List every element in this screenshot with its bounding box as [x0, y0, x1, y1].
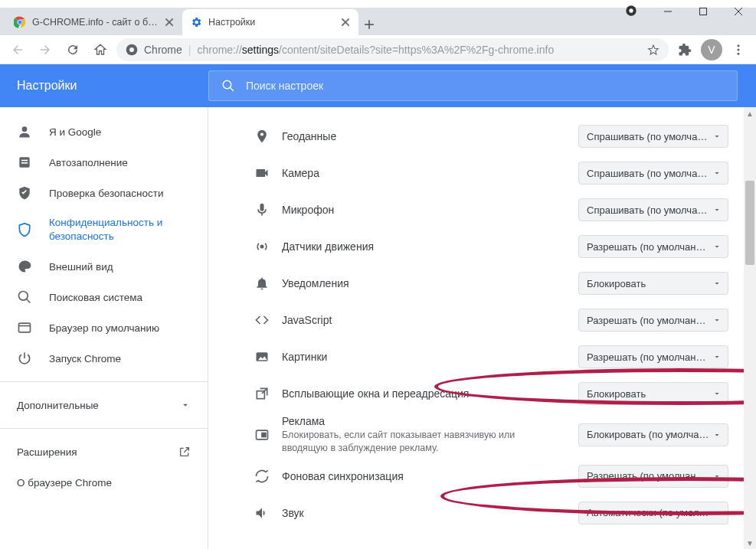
- permission-dropdown[interactable]: Блокировать: [578, 382, 728, 405]
- permission-dropdown[interactable]: Разрешать (по умолчанию): [578, 345, 728, 368]
- permission-dropdown[interactable]: Разрешать (по умолчанию): [578, 309, 728, 332]
- permission-dropdown[interactable]: Спрашивать (по умолчанию: [578, 198, 728, 221]
- sidebar-item-label: Конфиденциальность и безопасность: [49, 216, 191, 243]
- external-link-icon: [178, 446, 191, 458]
- svg-point-19: [738, 52, 740, 54]
- sidebar-item-safety-check[interactable]: Проверка безопасности: [0, 178, 208, 208]
- home-button[interactable]: [89, 38, 112, 61]
- extensions-button[interactable]: [673, 38, 696, 61]
- sidebar-item-autofill[interactable]: Автозаполнение: [0, 147, 208, 178]
- sidebar-item-privacy-security[interactable]: Конфиденциальность и безопасность: [0, 208, 208, 251]
- tab-settings[interactable]: Настройки: [182, 9, 358, 35]
- minimize-button[interactable]: [650, 0, 686, 23]
- permission-label: Звук: [282, 507, 578, 519]
- permission-row: ГеоданныеСпрашивать (по умолчанию: [254, 118, 728, 155]
- sidebar-item-extensions[interactable]: Расширения: [0, 436, 208, 467]
- sidebar-item-you-and-google[interactable]: Я и Google: [0, 116, 208, 147]
- permission-dropdown[interactable]: Блокировать: [578, 272, 728, 295]
- svg-point-31: [260, 245, 263, 247]
- settings-search[interactable]: [208, 70, 738, 101]
- svg-point-20: [223, 80, 231, 89]
- chevron-down-icon: [712, 168, 722, 178]
- sidebar-item-search-engine[interactable]: Поисковая система: [0, 282, 208, 312]
- svg-rect-28: [19, 323, 31, 332]
- sidebar-item-advanced[interactable]: Дополнительные: [0, 390, 208, 420]
- close-window-button[interactable]: [721, 0, 756, 23]
- permission-row: ЗвукАвтоматически (по умолчан: [254, 495, 728, 531]
- permission-label: JavaScript: [282, 314, 578, 326]
- permission-row: КамераСпрашивать (по умолчанию: [254, 155, 728, 191]
- chevron-down-icon: [712, 279, 722, 288]
- sidebar-item-appearance[interactable]: Внешний вид: [0, 251, 208, 282]
- popup-icon: [254, 386, 282, 401]
- permission-dropdown[interactable]: Спрашивать (по умолчанию: [578, 125, 728, 148]
- scroll-down-icon[interactable]: ▼: [744, 537, 756, 549]
- site-info-icon[interactable]: [126, 44, 138, 56]
- permission-dropdown[interactable]: Автоматически (по умолчан: [578, 502, 728, 524]
- sidebar-item-label: Расширения: [17, 446, 77, 458]
- svg-rect-24: [21, 160, 28, 162]
- permission-row: Всплывающие окна и переадресацияБлокиров…: [254, 375, 728, 412]
- settings-title: Настройки: [0, 79, 208, 93]
- permission-dropdown[interactable]: Разрешать (по умолчанию): [578, 235, 728, 258]
- bookmark-star-icon[interactable]: [647, 44, 659, 56]
- image-icon: [254, 349, 282, 364]
- close-tab-icon[interactable]: [340, 17, 351, 28]
- sidebar-item-default-browser[interactable]: Браузер по умолчанию: [0, 312, 208, 343]
- permission-row: УведомленияБлокировать: [254, 265, 728, 302]
- permission-label: Камера: [282, 167, 578, 179]
- chevron-down-icon: [712, 352, 722, 361]
- scroll-thumb[interactable]: [745, 181, 754, 265]
- address-url: chrome://settings/content/siteDetails?si…: [197, 44, 554, 56]
- permission-label: Всплывающие окна и переадресация: [282, 387, 578, 400]
- shield-icon: [17, 222, 32, 237]
- sound-icon: [254, 505, 282, 521]
- permission-label: Фоновая синхронизация: [282, 470, 578, 482]
- close-tab-icon[interactable]: [164, 17, 175, 28]
- chevron-down-icon: [712, 132, 722, 141]
- sidebar-item-label: Дополнительные: [17, 400, 99, 411]
- camera-icon: [254, 165, 282, 181]
- permission-label: Уведомления: [282, 277, 578, 289]
- sidebar-item-label: Я и Google: [49, 126, 101, 138]
- tab-gchrome[interactable]: G-CHROME.info - сайт о браузере: [6, 9, 182, 35]
- svg-point-8: [18, 20, 22, 25]
- sidebar-item-label: Запуск Chrome: [49, 353, 121, 364]
- permission-dropdown[interactable]: Спрашивать (по умолчанию: [578, 162, 728, 185]
- gear-icon: [190, 16, 202, 28]
- settings-search-input[interactable]: [246, 80, 725, 92]
- new-tab-button[interactable]: [358, 14, 380, 35]
- sidebar-item-about-chrome[interactable]: О браузере Chrome: [0, 467, 208, 498]
- permission-row: Датчики движенияРазрешать (по умолчанию): [254, 228, 728, 265]
- svg-rect-36: [262, 433, 266, 436]
- maximize-button[interactable]: [686, 0, 721, 23]
- reload-button[interactable]: [61, 38, 84, 61]
- permission-dropdown[interactable]: Блокировать (по умолчанию: [578, 423, 728, 446]
- content-area: ГеоданныеСпрашивать (по умолчаниюКамераС…: [208, 107, 756, 549]
- profile-avatar[interactable]: V: [701, 39, 722, 60]
- svg-point-18: [738, 48, 740, 51]
- scroll-up-icon[interactable]: ▲: [744, 107, 756, 119]
- sidebar-item-label: Автозаполнение: [49, 157, 128, 168]
- tab-strip: G-CHROME.info - сайт о браузере Настройк…: [0, 8, 756, 35]
- kebab-menu-button[interactable]: [727, 38, 750, 61]
- address-bar[interactable]: Chrome | chrome://settings/content/siteD…: [116, 38, 669, 61]
- permission-label: РекламаБлокировать, если сайт показывает…: [282, 415, 578, 455]
- chevron-down-icon: [712, 389, 722, 398]
- chevron-down-icon: [712, 315, 722, 325]
- forward-button[interactable]: [34, 38, 57, 61]
- sync-icon: [254, 469, 282, 484]
- permission-row: Фоновая синхронизацияРазрешать (по умолч…: [254, 458, 728, 495]
- sidebar-item-on-startup[interactable]: Запуск Chrome: [0, 343, 208, 374]
- svg-rect-3: [700, 8, 707, 15]
- chevron-down-icon: [712, 430, 722, 440]
- permission-label: Геоданные: [282, 130, 578, 142]
- scrollbar[interactable]: ▲ ▼: [744, 107, 756, 549]
- back-button[interactable]: [6, 38, 29, 61]
- motion-icon: [254, 239, 282, 254]
- permission-dropdown[interactable]: Разрешать (по умолчанию): [578, 465, 728, 488]
- sidebar-item-label: О браузере Chrome: [17, 477, 112, 489]
- svg-rect-25: [21, 162, 28, 164]
- svg-point-1: [629, 8, 633, 12]
- search-icon: [17, 289, 32, 305]
